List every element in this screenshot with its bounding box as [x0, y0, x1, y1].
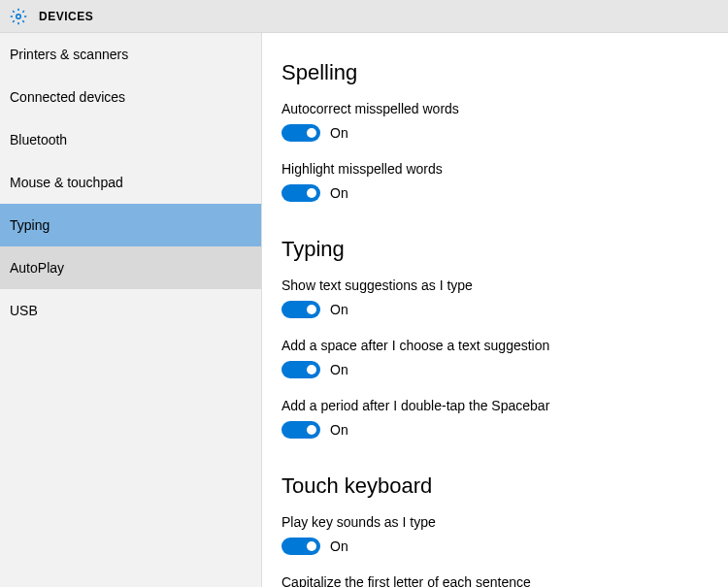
- toggle-state: On: [330, 422, 348, 438]
- setting-label: Show text suggestions as I type: [281, 277, 709, 293]
- sidebar-item-connected-devices[interactable]: Connected devices: [0, 76, 261, 118]
- toggle-state: On: [330, 125, 348, 141]
- sidebar-item-autoplay[interactable]: AutoPlay: [0, 246, 261, 289]
- sidebar-item-mouse-touchpad[interactable]: Mouse & touchpad: [0, 161, 261, 204]
- setting-label: Capitalize the first letter of each sent…: [281, 574, 709, 587]
- setting: Add a space after I choose a text sugges…: [281, 338, 709, 378]
- header: DEVICES: [0, 0, 728, 33]
- setting-label: Highlight misspelled words: [281, 161, 709, 177]
- toggle-state: On: [330, 302, 348, 317]
- main: Printers & scannersConnected devicesBlue…: [0, 33, 728, 587]
- toggle-state: On: [330, 185, 348, 201]
- toggle-switch[interactable]: [281, 421, 320, 439]
- sidebar-item-label: Typing: [10, 217, 50, 233]
- toggle-switch[interactable]: [281, 184, 320, 202]
- toggle-row: On: [281, 301, 709, 318]
- toggle-switch[interactable]: [281, 124, 320, 142]
- toggle-row: On: [281, 361, 709, 378]
- sidebar-item-typing[interactable]: Typing: [0, 204, 261, 246]
- setting-label: Play key sounds as I type: [281, 514, 709, 530]
- setting-label: Autocorrect misspelled words: [281, 101, 709, 116]
- section-heading: Spelling: [281, 60, 709, 85]
- setting: Add a period after I double-tap the Spac…: [281, 398, 709, 439]
- page-title: DEVICES: [39, 10, 93, 23]
- setting: Highlight misspelled wordsOn: [281, 161, 709, 202]
- sidebar-item-label: Bluetooth: [10, 132, 67, 147]
- section-heading: Touch keyboard: [281, 473, 709, 499]
- toggle-switch[interactable]: [281, 301, 320, 318]
- toggle-row: On: [281, 184, 709, 202]
- toggle-row: On: [281, 124, 709, 142]
- sidebar: Printers & scannersConnected devicesBlue…: [0, 33, 262, 587]
- toggle-state: On: [330, 362, 348, 377]
- section-heading: Typing: [281, 237, 709, 262]
- setting: Show text suggestions as I typeOn: [281, 277, 709, 318]
- toggle-row: On: [281, 421, 709, 439]
- sidebar-item-label: USB: [10, 303, 38, 318]
- setting: Play key sounds as I typeOn: [281, 514, 709, 555]
- setting-label: Add a period after I double-tap the Spac…: [281, 398, 709, 413]
- sidebar-item-label: Printers & scanners: [10, 47, 128, 62]
- sidebar-item-usb[interactable]: USB: [0, 289, 261, 332]
- toggle-row: On: [281, 538, 709, 555]
- toggle-switch[interactable]: [281, 361, 320, 378]
- sidebar-item-label: AutoPlay: [10, 260, 64, 276]
- gear-icon: [10, 8, 27, 25]
- sidebar-item-label: Mouse & touchpad: [10, 175, 123, 190]
- setting: Capitalize the first letter of each sent…: [281, 574, 709, 587]
- sidebar-item-printers-scanners[interactable]: Printers & scanners: [0, 33, 261, 76]
- content: SpellingAutocorrect misspelled wordsOnHi…: [262, 33, 728, 587]
- sidebar-item-bluetooth[interactable]: Bluetooth: [0, 118, 261, 161]
- toggle-switch[interactable]: [281, 538, 320, 555]
- sidebar-item-label: Connected devices: [10, 89, 125, 105]
- toggle-state: On: [330, 538, 348, 554]
- svg-point-0: [17, 14, 21, 18]
- setting-label: Add a space after I choose a text sugges…: [281, 338, 709, 353]
- setting: Autocorrect misspelled wordsOn: [281, 101, 709, 142]
